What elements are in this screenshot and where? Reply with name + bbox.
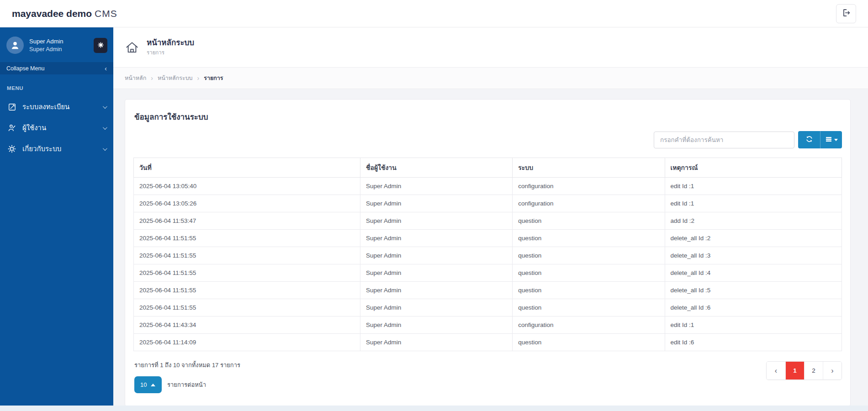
table-cell: Super Admin xyxy=(360,264,513,282)
table-cell: 2025-06-04 11:51:55 xyxy=(134,230,360,247)
logo-light: CMS xyxy=(95,8,117,19)
table-cell: configuration xyxy=(513,195,665,212)
table-cell: edit Id :1 xyxy=(665,316,842,334)
pagination-prev-button[interactable]: ‹ xyxy=(767,362,785,379)
table-cell: question xyxy=(513,212,665,230)
columns-dropdown-button[interactable] xyxy=(820,131,842,148)
breadcrumb: หน้าหลัก › หน้าหลักระบบ › รายการ xyxy=(113,68,868,89)
table-cell: 2025-06-04 11:51:55 xyxy=(134,264,360,282)
table-cell: Super Admin xyxy=(360,178,513,195)
table-toolbar xyxy=(133,131,842,148)
gear-icon xyxy=(97,42,104,50)
profile-settings-button[interactable] xyxy=(94,38,107,53)
table-cell: 2025-06-04 13:05:40 xyxy=(134,178,360,195)
page-header: หน้าหลักระบบ รายการ xyxy=(113,27,868,68)
table-cell: Super Admin xyxy=(360,230,513,247)
table-cell: 2025-06-04 11:51:55 xyxy=(134,247,360,264)
table-cell: add Id :2 xyxy=(665,212,842,230)
table-cell: Super Admin xyxy=(360,334,513,351)
profile-section: Super Admin Super Admin xyxy=(0,27,113,62)
caret-up-icon xyxy=(151,384,155,386)
table-cell: question xyxy=(513,334,665,351)
table-cell: delete_all Id :3 xyxy=(665,247,842,264)
breadcrumb-separator: › xyxy=(197,74,200,82)
table-cell: delete_all Id :5 xyxy=(665,282,842,299)
table-cell: 2025-06-04 11:43:34 xyxy=(134,316,360,334)
table-cell: 2025-06-04 11:14:09 xyxy=(134,334,360,351)
table-cell: question xyxy=(513,264,665,282)
table-row: 2025-06-04 11:51:55Super Adminquestionde… xyxy=(134,282,842,299)
list-icon xyxy=(825,136,832,144)
breadcrumb-separator: › xyxy=(151,74,153,82)
table-cell: edit Id :1 xyxy=(665,178,842,195)
register-icon xyxy=(7,102,16,111)
table-footer: รายการที่ 1 ถึง 10 จากทั้งหมด 17 รายการ … xyxy=(133,360,842,393)
pagination-next-button[interactable]: › xyxy=(823,362,842,379)
sidebar-item-about-system[interactable]: เกี่ยวกับระบบ xyxy=(0,138,113,159)
page-size-select[interactable]: 10 xyxy=(134,376,162,393)
table-cell: delete_all Id :4 xyxy=(665,264,842,282)
sidebar-item-users[interactable]: ผู้ใช้งาน xyxy=(0,117,113,138)
table-cell: 2025-06-04 11:51:55 xyxy=(134,282,360,299)
refresh-button[interactable] xyxy=(798,131,820,148)
page-subtitle: รายการ xyxy=(147,48,194,57)
menu-header: MENU xyxy=(0,74,113,96)
table-cell: question xyxy=(513,299,665,316)
logout-button[interactable] xyxy=(836,4,856,23)
table-cell: edit Id :6 xyxy=(665,334,842,351)
chevron-down-icon xyxy=(103,146,107,151)
about-system-icon xyxy=(7,144,16,153)
column-header-username: ชื่อผู้ใช้งาน xyxy=(360,158,513,178)
column-header-date: วันที่ xyxy=(134,158,360,178)
pagination-page-1[interactable]: 1 xyxy=(785,362,804,379)
pagination-page-2[interactable]: 2 xyxy=(804,362,823,379)
collapse-menu-button[interactable]: Collapse Menu ‹ xyxy=(0,62,113,74)
home-icon xyxy=(125,40,139,55)
table-cell: 2025-06-04 11:53:47 xyxy=(134,212,360,230)
main-content: หน้าหลักระบบ รายการ หน้าหลัก › หน้าหลักร… xyxy=(113,27,868,406)
user-icon xyxy=(10,40,21,51)
sidebar-item-register-system[interactable]: ระบบลงทะเบียน xyxy=(0,96,113,117)
table-row: 2025-06-04 13:05:26Super Adminconfigurat… xyxy=(134,195,842,212)
table-cell: Super Admin xyxy=(360,195,513,212)
topbar: mayavadee demoCMS xyxy=(0,0,868,27)
table-row: 2025-06-04 11:51:55Super Adminquestionde… xyxy=(134,264,842,282)
results-summary: รายการที่ 1 ถึง 10 จากทั้งหมด 17 รายการ xyxy=(134,360,240,370)
table-cell: Super Admin xyxy=(360,299,513,316)
column-header-event: เหตุการณ์ xyxy=(665,158,842,178)
table-cell: question xyxy=(513,230,665,247)
users-icon xyxy=(7,123,16,132)
table-cell: Super Admin xyxy=(360,316,513,334)
table-cell: Super Admin xyxy=(360,247,513,264)
chevron-left-icon: ‹ xyxy=(105,64,107,72)
table-cell: edit Id :1 xyxy=(665,195,842,212)
usage-log-card: ข้อมูลการใช้งานระบบ xyxy=(125,99,851,406)
caret-down-icon xyxy=(834,139,838,141)
table-body: 2025-06-04 13:05:40Super Adminconfigurat… xyxy=(134,178,842,351)
search-input[interactable] xyxy=(654,132,794,148)
table-cell: delete_all Id :6 xyxy=(665,299,842,316)
table-cell: question xyxy=(513,282,665,299)
table-cell: configuration xyxy=(513,316,665,334)
table-row: 2025-06-04 11:51:55Super Adminquestionde… xyxy=(134,299,842,316)
profile-role: Super Admin xyxy=(29,46,63,53)
page-title: หน้าหลักระบบ xyxy=(147,38,194,47)
table-cell: 2025-06-04 11:51:55 xyxy=(134,299,360,316)
usage-log-table: วันที่ ชื่อผู้ใช้งาน ระบบ เหตุการณ์ 2025… xyxy=(133,158,842,351)
pagination: ‹ 1 2 › xyxy=(766,361,842,380)
breadcrumb-home[interactable]: หน้าหลัก xyxy=(125,74,146,83)
table-cell: Super Admin xyxy=(360,212,513,230)
card-title: ข้อมูลการใช้งานระบบ xyxy=(133,111,842,123)
table-row: 2025-06-04 11:53:47Super Adminquestionad… xyxy=(134,212,842,230)
table-row: 2025-06-04 11:51:55Super Adminquestionde… xyxy=(134,230,842,247)
column-header-system: ระบบ xyxy=(513,158,665,178)
logout-icon xyxy=(841,8,851,19)
table-row: 2025-06-04 13:05:40Super Adminconfigurat… xyxy=(134,178,842,195)
avatar xyxy=(6,37,24,54)
table-cell: Super Admin xyxy=(360,282,513,299)
breadcrumb-section[interactable]: หน้าหลักระบบ xyxy=(158,74,193,83)
sidebar-item-label: ผู้ใช้งาน xyxy=(22,122,46,133)
app-logo: mayavadee demoCMS xyxy=(12,8,117,19)
chevron-down-icon xyxy=(103,104,107,109)
bottom-strip xyxy=(0,406,868,411)
